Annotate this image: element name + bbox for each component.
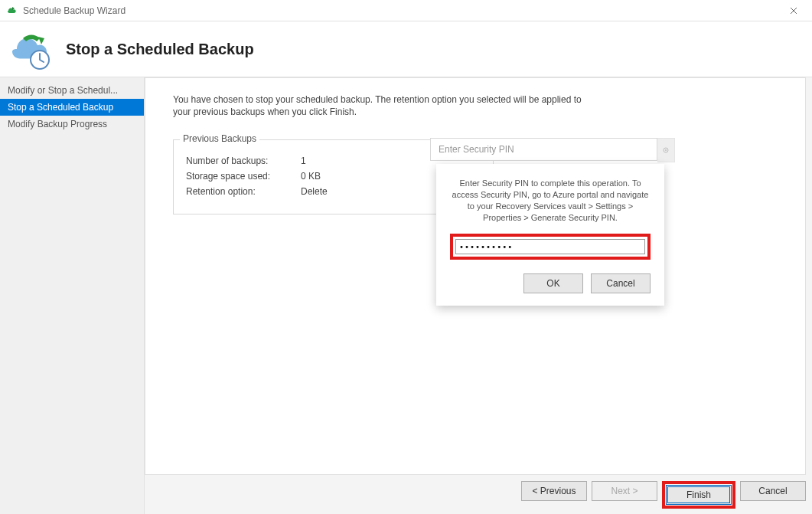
next-button: Next > [592,481,657,501]
sidebar-item-modify-progress[interactable]: Modify Backup Progress [0,116,144,133]
groupbox-legend: Previous Backups [180,133,259,144]
wizard-footer: < Previous Next > Finish Cancel [521,481,806,509]
titlebar: Schedule Backup Wizard [0,0,812,21]
finish-button[interactable]: Finish [666,485,732,505]
dialog-ok-button[interactable]: OK [523,273,583,293]
wizard-window: Schedule Backup Wizard Stop a Scheduled … [0,0,812,514]
security-pin-input[interactable] [430,138,657,161]
app-icon [6,5,18,17]
finish-button-highlight: Finish [662,481,735,509]
titlebar-title: Schedule Backup Wizard [23,5,126,16]
dialog-message: Enter Security PIN to complete this oper… [450,178,651,223]
value-storage-used: 0 KB [301,171,347,182]
value-number-of-backups: 1 [301,156,347,166]
header-band: Stop a Scheduled Backup [0,21,812,77]
dialog-password-highlight [450,234,651,260]
security-pin-dialog: Enter Security PIN to complete this oper… [436,164,664,306]
intro-text: You have chosen to stop your scheduled b… [173,93,602,118]
page-title: Stop a Scheduled Backup [66,41,254,58]
sidebar-item-stop-scheduled[interactable]: Stop a Scheduled Backup [0,99,144,116]
dialog-cancel-button[interactable]: Cancel [591,273,651,293]
sidebar-item-modify-or-stop[interactable]: Modify or Stop a Schedul... [0,82,144,99]
value-retention-option: Delete [301,186,347,197]
security-pin-field-wrap [430,138,675,161]
cancel-button[interactable]: Cancel [740,481,806,501]
content-area: You have chosen to stop your scheduled b… [145,77,812,514]
close-icon[interactable] [778,0,809,21]
wizard-steps-sidebar: Modify or Stop a Schedul... Stop a Sched… [0,77,145,514]
label-retention-option: Retention option: [186,186,301,197]
backup-cloud-clock-icon [6,26,55,72]
reveal-pin-icon[interactable] [657,138,675,162]
dialog-password-input[interactable] [455,239,645,254]
svg-point-2 [665,149,667,151]
label-storage-used: Storage space used: [186,171,301,182]
label-number-of-backups: Number of backups: [186,156,301,166]
previous-button[interactable]: < Previous [521,481,587,501]
